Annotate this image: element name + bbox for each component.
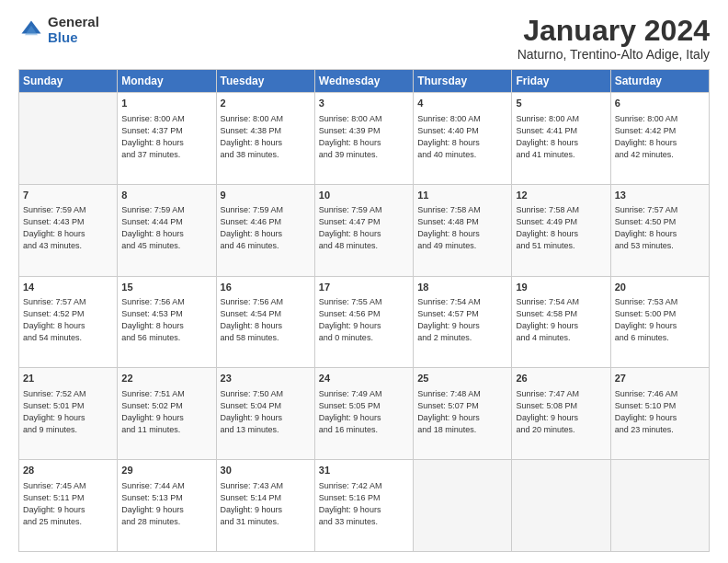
day-cell: 26Sunrise: 7:47 AM Sunset: 5:08 PM Dayli… (512, 368, 610, 460)
weekday-header-wednesday: Wednesday (314, 70, 413, 93)
month-title: January 2024 (518, 15, 710, 47)
day-number: 14 (23, 281, 113, 294)
day-info: Sunrise: 7:56 AM Sunset: 4:54 PM Dayligh… (221, 296, 311, 344)
day-cell: 5Sunrise: 8:00 AM Sunset: 4:41 PM Daylig… (512, 93, 610, 185)
day-cell: 4Sunrise: 8:00 AM Sunset: 4:40 PM Daylig… (414, 93, 512, 185)
day-cell: 11Sunrise: 7:58 AM Sunset: 4:48 PM Dayli… (414, 184, 512, 276)
day-info: Sunrise: 8:00 AM Sunset: 4:41 PM Dayligh… (516, 113, 606, 161)
week-row-2: 7Sunrise: 7:59 AM Sunset: 4:43 PM Daylig… (19, 184, 710, 276)
title-block: January 2024 Naturno, Trentino-Alto Adig… (518, 15, 710, 62)
page: General Blue January 2024 Naturno, Trent… (0, 0, 728, 563)
day-cell: 16Sunrise: 7:56 AM Sunset: 4:54 PM Dayli… (216, 276, 314, 368)
day-cell (610, 460, 709, 552)
day-cell: 31Sunrise: 7:42 AM Sunset: 5:16 PM Dayli… (314, 460, 413, 552)
day-info: Sunrise: 7:42 AM Sunset: 5:16 PM Dayligh… (319, 480, 409, 528)
day-number: 3 (319, 97, 409, 110)
day-cell: 23Sunrise: 7:50 AM Sunset: 5:04 PM Dayli… (216, 368, 314, 460)
logo-text: General Blue (48, 15, 99, 45)
day-info: Sunrise: 7:54 AM Sunset: 4:58 PM Dayligh… (516, 296, 606, 344)
weekday-header-sunday: Sunday (19, 70, 118, 93)
day-number: 13 (615, 189, 705, 202)
day-cell: 20Sunrise: 7:53 AM Sunset: 5:00 PM Dayli… (610, 276, 709, 368)
day-info: Sunrise: 7:59 AM Sunset: 4:44 PM Dayligh… (121, 204, 211, 252)
day-cell (414, 460, 512, 552)
day-cell: 3Sunrise: 8:00 AM Sunset: 4:39 PM Daylig… (314, 93, 413, 185)
day-info: Sunrise: 7:56 AM Sunset: 4:53 PM Dayligh… (121, 296, 211, 344)
day-number: 17 (319, 281, 409, 294)
day-cell: 29Sunrise: 7:44 AM Sunset: 5:13 PM Dayli… (118, 460, 216, 552)
day-cell: 13Sunrise: 7:57 AM Sunset: 4:50 PM Dayli… (610, 184, 709, 276)
day-number: 23 (221, 372, 311, 385)
header: General Blue January 2024 Naturno, Trent… (18, 15, 710, 62)
day-number: 10 (319, 189, 409, 202)
calendar-table: SundayMondayTuesdayWednesdayThursdayFrid… (18, 69, 710, 552)
day-number: 30 (221, 464, 311, 477)
day-cell: 10Sunrise: 7:59 AM Sunset: 4:47 PM Dayli… (314, 184, 413, 276)
day-info: Sunrise: 8:00 AM Sunset: 4:39 PM Dayligh… (319, 113, 409, 161)
week-row-3: 14Sunrise: 7:57 AM Sunset: 4:52 PM Dayli… (19, 276, 710, 368)
day-cell: 25Sunrise: 7:48 AM Sunset: 5:07 PM Dayli… (414, 368, 512, 460)
day-number: 21 (23, 372, 113, 385)
week-row-5: 28Sunrise: 7:45 AM Sunset: 5:11 PM Dayli… (19, 460, 710, 552)
day-info: Sunrise: 7:59 AM Sunset: 4:43 PM Dayligh… (23, 204, 113, 252)
day-info: Sunrise: 7:51 AM Sunset: 5:02 PM Dayligh… (121, 388, 211, 436)
day-cell: 21Sunrise: 7:52 AM Sunset: 5:01 PM Dayli… (19, 368, 118, 460)
week-row-4: 21Sunrise: 7:52 AM Sunset: 5:01 PM Dayli… (19, 368, 710, 460)
day-info: Sunrise: 7:57 AM Sunset: 4:52 PM Dayligh… (23, 296, 113, 344)
logo-general-label: General (48, 15, 99, 30)
day-number: 28 (23, 464, 113, 477)
day-info: Sunrise: 7:58 AM Sunset: 4:48 PM Dayligh… (417, 204, 507, 252)
day-info: Sunrise: 7:58 AM Sunset: 4:49 PM Dayligh… (516, 204, 606, 252)
day-info: Sunrise: 7:49 AM Sunset: 5:05 PM Dayligh… (319, 388, 409, 436)
day-number: 29 (121, 464, 211, 477)
day-number: 5 (516, 97, 606, 110)
day-cell: 14Sunrise: 7:57 AM Sunset: 4:52 PM Dayli… (19, 276, 118, 368)
week-row-1: 1Sunrise: 8:00 AM Sunset: 4:37 PM Daylig… (19, 93, 710, 185)
day-info: Sunrise: 7:45 AM Sunset: 5:11 PM Dayligh… (23, 480, 113, 528)
day-cell: 18Sunrise: 7:54 AM Sunset: 4:57 PM Dayli… (414, 276, 512, 368)
day-info: Sunrise: 7:48 AM Sunset: 5:07 PM Dayligh… (417, 388, 507, 436)
day-info: Sunrise: 7:43 AM Sunset: 5:14 PM Dayligh… (221, 480, 311, 528)
day-number: 1 (121, 97, 211, 110)
day-cell: 19Sunrise: 7:54 AM Sunset: 4:58 PM Dayli… (512, 276, 610, 368)
day-info: Sunrise: 7:59 AM Sunset: 4:47 PM Dayligh… (319, 204, 409, 252)
day-cell: 17Sunrise: 7:55 AM Sunset: 4:56 PM Dayli… (314, 276, 413, 368)
day-cell: 27Sunrise: 7:46 AM Sunset: 5:10 PM Dayli… (610, 368, 709, 460)
day-info: Sunrise: 7:59 AM Sunset: 4:46 PM Dayligh… (221, 204, 311, 252)
day-number: 12 (516, 189, 606, 202)
weekday-header-thursday: Thursday (414, 70, 512, 93)
day-number: 2 (221, 97, 311, 110)
day-cell (512, 460, 610, 552)
day-number: 19 (516, 281, 606, 294)
day-info: Sunrise: 8:00 AM Sunset: 4:37 PM Dayligh… (121, 113, 211, 161)
day-number: 7 (23, 189, 113, 202)
day-cell: 1Sunrise: 8:00 AM Sunset: 4:37 PM Daylig… (118, 93, 216, 185)
day-number: 27 (615, 372, 705, 385)
day-info: Sunrise: 8:00 AM Sunset: 4:38 PM Dayligh… (221, 113, 311, 161)
day-cell: 24Sunrise: 7:49 AM Sunset: 5:05 PM Dayli… (314, 368, 413, 460)
day-number: 9 (221, 189, 311, 202)
day-cell: 6Sunrise: 8:00 AM Sunset: 4:42 PM Daylig… (610, 93, 709, 185)
day-number: 16 (221, 281, 311, 294)
day-cell: 15Sunrise: 7:56 AM Sunset: 4:53 PM Dayli… (118, 276, 216, 368)
day-cell: 8Sunrise: 7:59 AM Sunset: 4:44 PM Daylig… (118, 184, 216, 276)
logo-blue-label: Blue (48, 30, 99, 46)
day-number: 24 (319, 372, 409, 385)
day-info: Sunrise: 7:53 AM Sunset: 5:00 PM Dayligh… (615, 296, 705, 344)
weekday-header-friday: Friday (512, 70, 610, 93)
day-number: 26 (516, 372, 606, 385)
day-info: Sunrise: 8:00 AM Sunset: 4:42 PM Dayligh… (615, 113, 705, 161)
day-cell (19, 93, 118, 185)
day-info: Sunrise: 7:47 AM Sunset: 5:08 PM Dayligh… (516, 388, 606, 436)
day-info: Sunrise: 7:55 AM Sunset: 4:56 PM Dayligh… (319, 296, 409, 344)
logo-icon (18, 17, 44, 43)
day-info: Sunrise: 7:46 AM Sunset: 5:10 PM Dayligh… (615, 388, 705, 436)
day-number: 4 (417, 97, 507, 110)
day-info: Sunrise: 8:00 AM Sunset: 4:40 PM Dayligh… (417, 113, 507, 161)
day-number: 6 (615, 97, 705, 110)
weekday-header-saturday: Saturday (610, 70, 709, 93)
day-cell: 2Sunrise: 8:00 AM Sunset: 4:38 PM Daylig… (216, 93, 314, 185)
day-number: 18 (417, 281, 507, 294)
day-info: Sunrise: 7:44 AM Sunset: 5:13 PM Dayligh… (121, 480, 211, 528)
weekday-header-row: SundayMondayTuesdayWednesdayThursdayFrid… (19, 70, 710, 93)
